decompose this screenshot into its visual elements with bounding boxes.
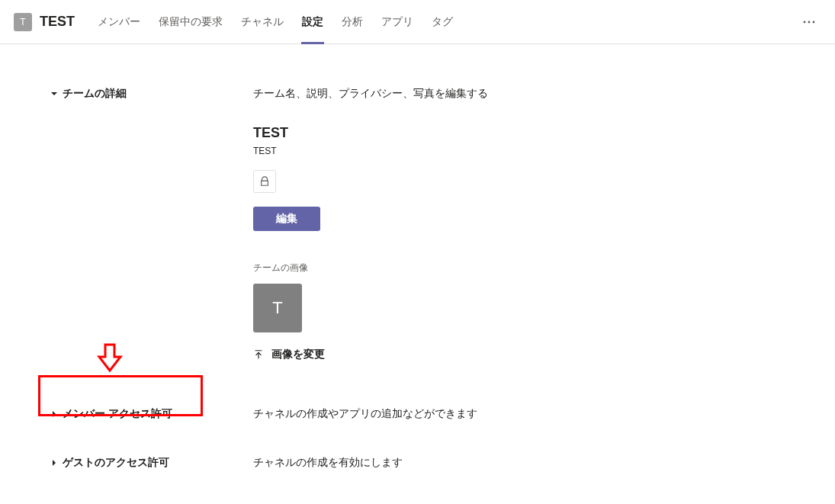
section-member-permissions-desc: チャネルの作成やアプリの追加などができます	[253, 403, 477, 421]
team-avatar-small: T	[14, 13, 32, 31]
privacy-badge	[253, 170, 276, 193]
settings-body: チームの詳細 チーム名、説明、プライバシー、写真を編集する TEST TEST …	[0, 44, 835, 504]
section-mentions: @メンション @チームと @チャネルのメンションを使用できるユーザーを選択します	[0, 500, 835, 504]
caret-right-icon	[49, 460, 59, 466]
team-header: T TEST メンバー 保留中の要求 チャネル 設定 分析 アプリ タグ	[0, 0, 835, 44]
section-member-permissions-toggle[interactable]: メンバー アクセス許可	[49, 403, 253, 425]
section-guest-permissions-toggle[interactable]: ゲストのアクセス許可	[49, 451, 253, 474]
tab-channels[interactable]: チャネル	[234, 0, 291, 43]
section-team-details-toggle[interactable]: チームの詳細	[49, 82, 253, 105]
ellipsis-icon	[803, 21, 815, 24]
change-image-button[interactable]: 画像を変更	[253, 348, 835, 361]
more-options-button[interactable]	[797, 10, 821, 34]
section-guest-permissions-title: ゲストのアクセス許可	[63, 456, 169, 470]
change-image-label: 画像を変更	[271, 348, 325, 361]
tab-members[interactable]: メンバー	[91, 0, 147, 43]
section-guest-permissions-desc: チャネルの作成を有効にします	[253, 451, 403, 470]
team-description-display: TEST	[253, 146, 835, 156]
section-member-permissions: メンバー アクセス許可 チャネルの作成やアプリの追加などができます	[0, 403, 835, 425]
tab-pending-requests[interactable]: 保留中の要求	[152, 0, 230, 43]
section-team-details-desc: チーム名、説明、プライバシー、写真を編集する	[253, 82, 835, 101]
tab-apps[interactable]: アプリ	[374, 0, 420, 43]
tabs: メンバー 保留中の要求 チャネル 設定 分析 アプリ タグ	[88, 0, 462, 43]
team-name-display: TEST	[253, 125, 835, 141]
tab-analytics[interactable]: 分析	[335, 0, 370, 43]
section-team-details-title: チームの詳細	[63, 87, 127, 101]
section-team-details: チームの詳細 チーム名、説明、プライバシー、写真を編集する TEST TEST …	[0, 82, 835, 361]
svg-point-2	[813, 21, 815, 23]
svg-point-0	[804, 21, 806, 23]
upload-icon	[253, 349, 264, 360]
tab-settings[interactable]: 設定	[295, 0, 330, 43]
svg-point-1	[808, 21, 811, 23]
lock-icon	[259, 176, 270, 187]
section-mentions-desc: @チームと @チャネルのメンションを使用できるユーザーを選択します	[253, 500, 598, 504]
caret-down-icon	[49, 91, 59, 97]
team-title: TEST	[40, 14, 75, 30]
tab-tags[interactable]: タグ	[425, 0, 460, 43]
section-team-details-content: チーム名、説明、プライバシー、写真を編集する TEST TEST 編集 チームの…	[253, 82, 835, 361]
team-avatar-large: T	[253, 284, 302, 332]
team-image-label: チームの画像	[253, 262, 835, 274]
edit-button[interactable]: 編集	[253, 207, 320, 231]
caret-right-icon	[49, 411, 59, 417]
section-mentions-toggle[interactable]: @メンション	[49, 500, 253, 504]
section-member-permissions-title: メンバー アクセス許可	[63, 407, 172, 421]
section-guest-permissions: ゲストのアクセス許可 チャネルの作成を有効にします	[0, 451, 835, 474]
